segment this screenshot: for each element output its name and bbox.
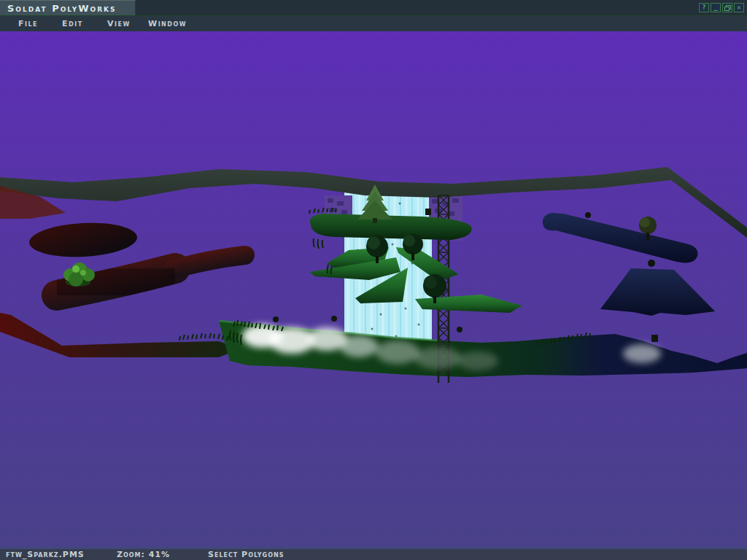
window-controls: ? _ ✕ <box>699 3 744 12</box>
polyworks-window: Soldat PolyWorks ? _ ✕ File Edit View Wi… <box>0 0 747 560</box>
maroon-island-upper[interactable] <box>28 220 138 260</box>
navy-pill-platform[interactable] <box>543 212 698 262</box>
close-button[interactable]: ✕ <box>734 3 744 12</box>
minimize-button[interactable]: _ <box>711 3 721 12</box>
help-icon: ? <box>702 4 705 11</box>
navy-mound[interactable] <box>600 260 715 316</box>
help-button[interactable]: ? <box>699 3 709 12</box>
menu-file[interactable]: File <box>18 16 38 31</box>
status-active-tool: Select Polygons <box>208 549 284 560</box>
status-filename: ftw_Sparkz.PMS <box>6 549 85 560</box>
window-title: Soldat PolyWorks <box>7 3 117 14</box>
minimize-icon: _ <box>713 4 717 11</box>
bush-scenery <box>63 262 95 287</box>
title-plate: Soldat PolyWorks <box>0 0 136 15</box>
map-canvas[interactable] <box>0 31 747 547</box>
bottom-red-strip[interactable] <box>0 313 241 357</box>
close-icon: ✕ <box>737 4 740 11</box>
status-bar: ftw_Sparkz.PMS Zoom: 41% Select Polygons <box>0 547 747 560</box>
title-bar[interactable]: Soldat PolyWorks ? _ ✕ <box>0 0 747 16</box>
restore-button[interactable] <box>722 3 732 12</box>
status-zoom-level: Zoom: 41% <box>117 549 170 560</box>
map-viewport <box>0 31 747 547</box>
menu-edit[interactable]: Edit <box>62 16 83 31</box>
menu-view[interactable]: View <box>107 16 131 31</box>
menu-window[interactable]: Window <box>148 16 187 31</box>
restore-squares-icon <box>724 5 731 11</box>
menu-bar: File Edit View Window <box>0 16 747 31</box>
